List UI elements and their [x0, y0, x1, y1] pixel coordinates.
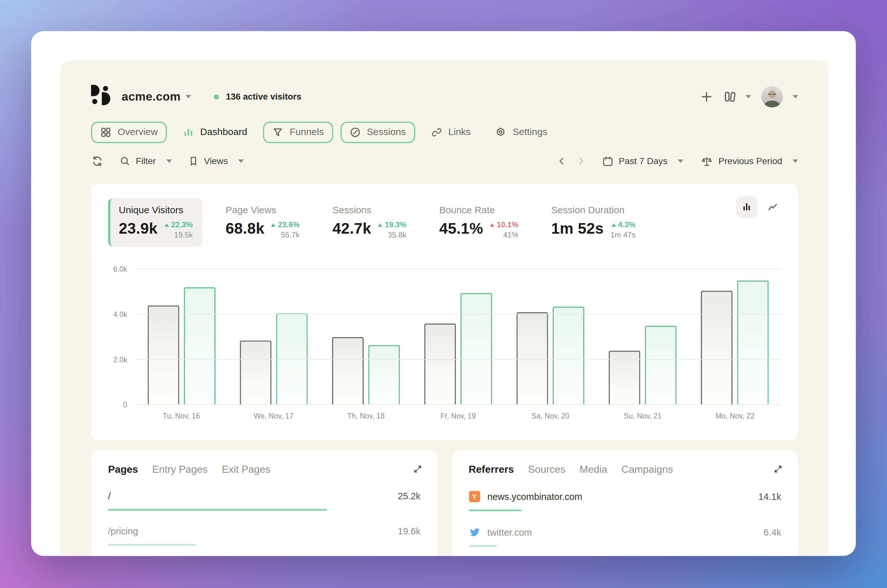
nav-label: Links	[448, 127, 471, 138]
prev-period-button[interactable]	[557, 156, 567, 166]
expand-icon	[773, 464, 783, 475]
filter-label: Filter	[136, 156, 156, 166]
bar-group: We, Nov, 17	[227, 269, 320, 405]
bar-series: Tu, Nov, 16We, Nov, 17Th, Nov, 18Fr, Nov…	[135, 269, 781, 405]
plot-area: Tu, Nov, 16We, Nov, 17Th, Nov, 18Fr, Nov…	[135, 269, 781, 405]
chevron-down-icon	[746, 95, 751, 99]
bar-current-period[interactable]	[368, 345, 400, 405]
metric-session-duration[interactable]: Session Duration 1m 52s 4.3% 1m 47s	[542, 198, 645, 247]
nav-overview[interactable]: Overview	[91, 122, 167, 143]
bar-chart-toggle-button[interactable]	[736, 196, 757, 218]
bar-group: Mo, Nov, 22	[689, 269, 781, 405]
avatar-photo-icon	[761, 86, 783, 107]
app-window: acme.com 136 active visitors	[31, 31, 856, 556]
site-switcher[interactable]: acme.com	[122, 90, 181, 104]
page-row[interactable]: /pricing 19.6k	[108, 526, 420, 546]
chevron-down-icon[interactable]	[186, 95, 192, 99]
bar-chart: 02.0k4.0k6.0k Tu, Nov, 16We, Nov, 17Th, …	[108, 269, 781, 405]
up-triangle-icon	[611, 223, 616, 226]
gridline	[135, 405, 781, 405]
add-button[interactable]	[699, 90, 713, 104]
referrer-row[interactable]: twitter.com 6.4k	[469, 526, 781, 547]
views-dropdown[interactable]: Views	[188, 156, 244, 166]
metric-sessions[interactable]: Sessions 42.7k 19.3% 35.8k	[323, 198, 416, 247]
refresh-button[interactable]	[91, 155, 104, 167]
bar-chart-icon	[741, 201, 752, 213]
bar-previous-period[interactable]	[516, 312, 548, 405]
account-menu[interactable]	[761, 86, 798, 107]
x-axis-label: Mo, Nov, 22	[672, 412, 798, 420]
up-triangle-icon	[378, 223, 383, 226]
bar-chart-icon	[183, 127, 194, 138]
next-period-button[interactable]	[576, 156, 586, 166]
layout-columns-button[interactable]	[723, 89, 751, 104]
comparison-dropdown[interactable]: Previous Period	[700, 155, 798, 167]
search-icon	[119, 156, 131, 166]
bar-current-period[interactable]	[461, 293, 492, 405]
metric-bounce-rate[interactable]: Bounce Rate 45.1% 10.1% 41%	[430, 198, 528, 247]
referrers-card: Referrers Sources Media Campaigns Y	[452, 450, 798, 556]
twitter-icon	[469, 526, 480, 538]
filter-dropdown[interactable]: Filter	[119, 156, 172, 166]
date-range-dropdown[interactable]: Past 7 Days	[602, 155, 684, 167]
chevron-down-icon	[238, 160, 244, 163]
tab-media[interactable]: Media	[579, 464, 607, 476]
bar-group: Tu, Nov, 16	[135, 269, 227, 405]
desktop-background: acme.com 136 active visitors	[0, 0, 887, 588]
y-axis: 02.0k4.0k6.0k	[108, 269, 135, 405]
chevron-down-icon	[678, 160, 683, 163]
compass-icon	[349, 127, 360, 138]
calendar-icon	[602, 155, 614, 167]
y-axis-tick: 2.0k	[113, 355, 128, 364]
tab-campaigns[interactable]: Campaigns	[621, 464, 673, 476]
referrer-bar	[469, 510, 522, 511]
bar-previous-period[interactable]	[147, 306, 179, 405]
line-chart-toggle-button[interactable]	[762, 196, 783, 218]
bookmark-icon	[188, 156, 199, 166]
page-bar	[108, 509, 327, 510]
referrer-bar	[469, 545, 497, 547]
tab-pages[interactable]: Pages	[108, 464, 138, 476]
header: acme.com 136 active visitors	[91, 83, 798, 110]
nav-dashboard[interactable]: Dashboard	[174, 122, 255, 143]
tab-sources[interactable]: Sources	[528, 464, 566, 476]
nav-funnels[interactable]: Funnels	[263, 122, 333, 143]
tab-entry-pages[interactable]: Entry Pages	[152, 464, 208, 476]
bar-current-period[interactable]	[553, 306, 584, 405]
metrics-chart-card: Unique Visitors 23.9k 22.3% 19.5k Page V…	[91, 184, 798, 441]
metric-unique-visitors[interactable]: Unique Visitors 23.9k 22.3% 19.5k	[108, 198, 203, 247]
nav-settings[interactable]: Settings	[486, 122, 556, 143]
expand-referrers-button[interactable]	[773, 464, 783, 477]
expand-pages-button[interactable]	[412, 464, 423, 477]
bar-previous-period[interactable]	[332, 337, 364, 405]
grid-icon	[100, 127, 111, 138]
chevron-down-icon	[792, 95, 798, 99]
pages-tabs: Pages Entry Pages Exit Pages	[108, 464, 420, 476]
active-visitors: 136 active visitors	[214, 92, 302, 102]
bar-previous-period[interactable]	[424, 323, 456, 405]
page-row[interactable]: / 25.2k	[108, 491, 420, 511]
nav-sessions[interactable]: Sessions	[341, 122, 415, 143]
nav-label: Dashboard	[200, 127, 247, 138]
referrer-row[interactable]: Y news.ycombinator.com 14.1k	[469, 491, 781, 512]
pages-card: Pages Entry Pages Exit Pages / 25.2k	[91, 450, 437, 556]
metric-page-views[interactable]: Page Views 68.8k 23.6% 55.7k	[216, 198, 309, 247]
bar-previous-period[interactable]	[240, 340, 272, 405]
bar-previous-period[interactable]	[609, 351, 641, 405]
bar-current-period[interactable]	[645, 326, 677, 405]
nav-label: Settings	[512, 127, 547, 138]
bar-current-period[interactable]	[184, 287, 215, 405]
dashboard-panel: acme.com 136 active visitors	[61, 61, 829, 556]
toolbar: Filter Views	[91, 152, 798, 171]
chevron-right-icon	[576, 156, 586, 166]
columns-icon	[723, 89, 740, 104]
nav-links[interactable]: Links	[422, 122, 479, 143]
bar-previous-period[interactable]	[701, 291, 733, 405]
plus-icon	[699, 90, 713, 104]
tab-exit-pages[interactable]: Exit Pages	[222, 464, 270, 476]
gridline	[135, 359, 781, 360]
metric-tiles: Unique Visitors 23.9k 22.3% 19.5k Page V…	[108, 198, 781, 247]
bar-current-period[interactable]	[737, 280, 769, 405]
tab-referrers[interactable]: Referrers	[469, 464, 514, 476]
up-triangle-icon	[164, 223, 169, 226]
